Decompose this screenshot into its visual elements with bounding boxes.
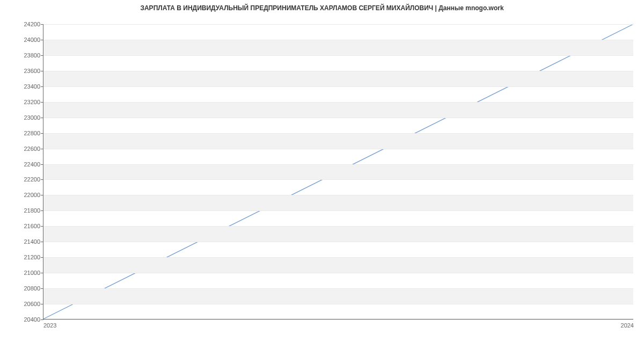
y-tick-label: 23400 <box>24 83 40 90</box>
grid-line <box>43 195 633 195</box>
y-tick-mark <box>41 55 43 56</box>
grid-line <box>43 242 633 242</box>
grid-band <box>43 226 633 242</box>
y-tick-label: 24200 <box>24 21 40 27</box>
grid-line <box>43 102 633 103</box>
grid-line <box>43 40 633 40</box>
grid-line <box>43 133 633 134</box>
y-tick-mark <box>41 86 43 87</box>
grid-band <box>43 257 633 273</box>
y-tick-mark <box>41 319 43 320</box>
y-tick-mark <box>41 40 43 40</box>
y-tick-mark <box>41 71 43 71</box>
grid-line <box>43 86 633 87</box>
grid-line <box>43 319 633 320</box>
y-tick-label: 23200 <box>24 99 40 105</box>
y-tick-label: 22400 <box>24 161 40 168</box>
y-tick-label: 21200 <box>24 254 40 260</box>
grid-band <box>43 102 633 118</box>
y-tick-label: 23800 <box>24 52 40 59</box>
grid-band <box>43 164 633 180</box>
grid-line <box>43 304 633 304</box>
grid-band <box>43 133 633 149</box>
grid-line <box>43 179 633 180</box>
y-tick-label: 22800 <box>24 130 40 136</box>
grid-line <box>43 149 633 149</box>
y-tick-mark <box>41 133 43 134</box>
chart-title: ЗАРПЛАТА В ИНДИВИДУАЛЬНЫЙ ПРЕДПРИНИМАТЕЛ… <box>0 4 644 12</box>
y-tick-label: 22600 <box>24 146 40 152</box>
y-tick-label: 22200 <box>24 176 40 183</box>
chart-container: ЗАРПЛАТА В ИНДИВИДУАЛЬНЫЙ ПРЕДПРИНИМАТЕЛ… <box>0 0 644 333</box>
y-tick-label: 21800 <box>24 207 40 214</box>
y-tick-mark <box>41 149 43 149</box>
y-tick-label: 23600 <box>24 68 40 74</box>
y-tick-mark <box>41 195 43 195</box>
grid-line <box>43 164 633 165</box>
grid-line <box>43 210 633 211</box>
grid-line <box>43 226 633 227</box>
grid-line <box>43 273 633 273</box>
y-tick-mark <box>41 257 43 258</box>
y-tick-label: 21400 <box>24 238 40 245</box>
grid-band <box>43 40 633 55</box>
y-tick-label: 23000 <box>24 114 40 121</box>
grid-line <box>43 288 633 289</box>
y-tick-label: 20400 <box>24 316 40 323</box>
x-tick-label: 2023 <box>43 322 56 329</box>
grid-line <box>43 24 633 25</box>
y-tick-mark <box>41 118 43 118</box>
grid-line <box>43 257 633 258</box>
grid-line <box>43 118 633 118</box>
y-tick-label: 20800 <box>24 285 40 292</box>
y-tick-mark <box>41 102 43 103</box>
grid-band <box>43 195 633 210</box>
x-tick-label: 2024 <box>621 322 634 329</box>
y-tick-mark <box>41 226 43 227</box>
y-tick-mark <box>41 24 43 25</box>
y-tick-mark <box>41 242 43 242</box>
plot-area: 2040020600208002100021200214002160021800… <box>43 24 633 319</box>
y-tick-mark <box>41 304 43 304</box>
y-tick-label: 21600 <box>24 223 40 229</box>
y-tick-mark <box>41 164 43 165</box>
y-tick-label: 20600 <box>24 301 40 307</box>
y-tick-mark <box>41 210 43 211</box>
y-tick-mark <box>41 179 43 180</box>
grid-line <box>43 71 633 71</box>
grid-band <box>43 71 633 86</box>
y-tick-label: 24000 <box>24 37 40 43</box>
y-tick-label: 22000 <box>24 192 40 198</box>
grid-band <box>43 288 633 304</box>
grid-line <box>43 55 633 56</box>
y-tick-mark <box>41 288 43 289</box>
y-tick-label: 21000 <box>24 270 40 276</box>
y-tick-mark <box>41 273 43 273</box>
